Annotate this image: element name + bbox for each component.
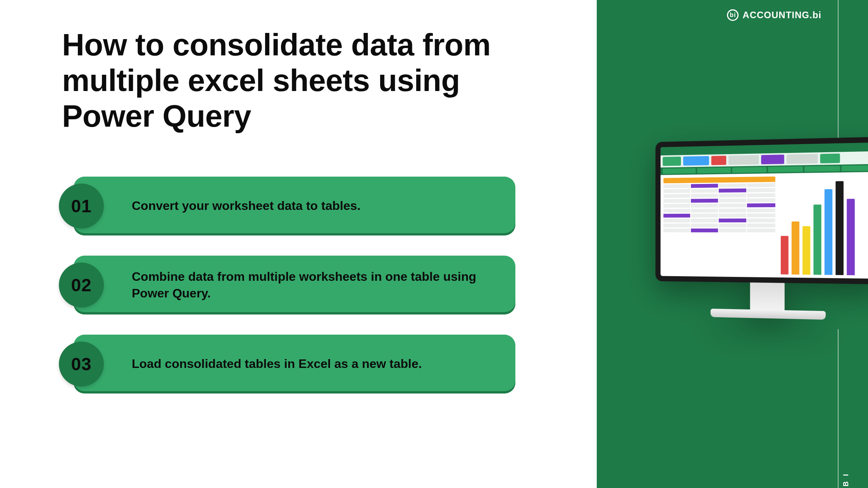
table-row — [663, 213, 775, 218]
table-row — [663, 188, 775, 193]
step-number-badge: 01 — [59, 184, 104, 229]
step-item: 02 Combine data from multiple worksheets… — [54, 256, 558, 314]
table-row — [663, 183, 775, 188]
step-pill: 03 Load consolidated tables in Excel as … — [74, 335, 515, 393]
subribbon-cell — [663, 168, 696, 174]
monitor-stand-neck — [750, 282, 785, 310]
table-header-row — [663, 177, 775, 184]
ribbon-chunk — [787, 154, 818, 164]
subribbon-cell — [732, 167, 766, 173]
excel-body — [661, 172, 868, 279]
table-row — [663, 223, 775, 227]
monitor-stand-base — [711, 309, 826, 320]
table-row — [663, 203, 775, 208]
monitor-screen — [661, 143, 868, 279]
step-item: 01 Convert your worksheet data to tables… — [54, 177, 558, 235]
step-number: 01 — [71, 196, 91, 217]
table-row — [663, 218, 775, 223]
ribbon-chunk — [728, 155, 759, 165]
ribbon-chunk — [683, 156, 709, 166]
ribbon-chunk — [663, 156, 681, 166]
brand-logo: bi ACCOUNTING.bi — [727, 9, 822, 21]
hero-sidebar: bi ACCOUNTING.bi ACCOUNTING.BI — [597, 0, 868, 488]
chart-bar — [791, 221, 799, 275]
slide-canvas: How to consolidate data from multiple ex… — [0, 0, 868, 488]
ribbon-chunk — [761, 155, 784, 164]
table-row — [663, 198, 775, 203]
spreadsheet-grid — [661, 174, 778, 278]
steps-list: 01 Convert your worksheet data to tables… — [54, 177, 558, 393]
step-pill: 02 Combine data from multiple worksheets… — [74, 256, 515, 314]
step-number: 02 — [71, 275, 91, 296]
step-pill: 01 Convert your worksheet data to tables… — [74, 177, 515, 235]
step-number-badge: 02 — [59, 263, 104, 308]
step-number-badge: 03 — [59, 342, 104, 387]
logo-text: ACCOUNTING.bi — [742, 10, 822, 21]
monitor-bezel — [656, 137, 868, 284]
step-item: 03 Load consolidated tables in Excel as … — [54, 335, 558, 393]
ribbon-chunk — [711, 156, 727, 165]
content-area: How to consolidate data from multiple ex… — [0, 0, 597, 488]
step-text: Combine data from multiple worksheets in… — [132, 268, 484, 302]
logo-mark-icon: bi — [727, 9, 739, 21]
page-title: How to consolidate data from multiple ex… — [62, 27, 558, 134]
ribbon-chunk — [820, 153, 840, 163]
chart-bar — [835, 181, 844, 275]
vertical-brand-text: ACCOUNTING.BI — [842, 469, 850, 488]
step-text: Load consolidated tables in Excel as a n… — [132, 356, 422, 372]
bar-chart — [778, 172, 868, 279]
subribbon-cell — [804, 166, 840, 172]
subribbon-cell — [768, 167, 803, 172]
chart-bar — [803, 226, 810, 275]
monitor-mockup — [656, 137, 868, 321]
chart-bar — [847, 199, 855, 275]
subribbon-cell — [842, 165, 868, 171]
chart-bar — [780, 236, 788, 275]
step-text: Convert your worksheet data to tables. — [132, 198, 360, 214]
subribbon-cell — [697, 168, 731, 174]
table-row — [663, 229, 775, 232]
table-row — [663, 208, 775, 213]
table-row — [663, 193, 775, 198]
chart-bar — [813, 205, 821, 275]
chart-bar — [824, 189, 832, 275]
decorative-line-bottom — [838, 329, 839, 488]
step-number: 03 — [71, 354, 91, 375]
